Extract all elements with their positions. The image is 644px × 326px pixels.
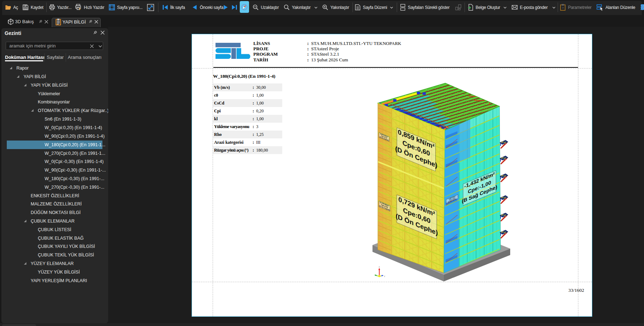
svg-text:?: ?: [562, 6, 564, 10]
svg-text:Y: Y: [384, 275, 385, 277]
svg-text:z: z: [379, 266, 380, 268]
